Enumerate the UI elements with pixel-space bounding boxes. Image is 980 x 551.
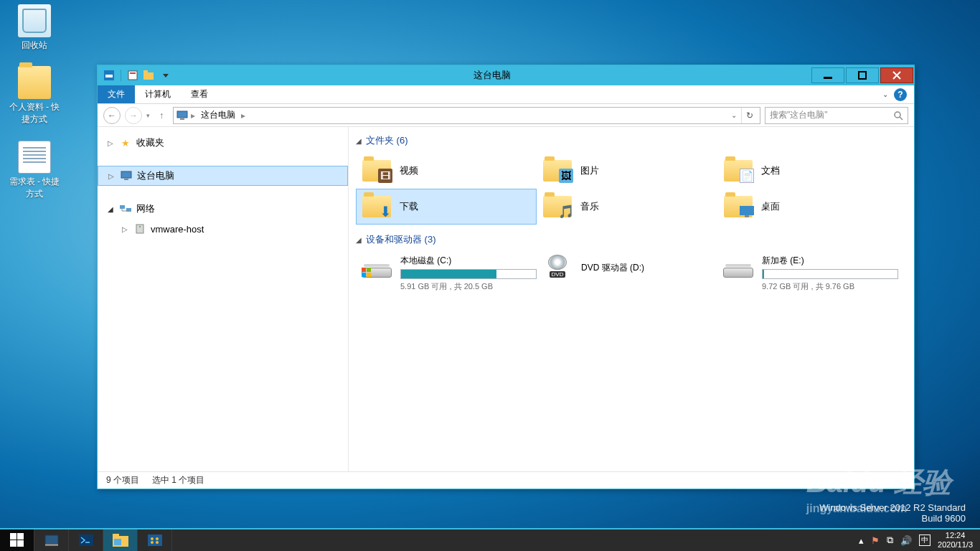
svg-rect-4 [143, 72, 154, 80]
minimize-button[interactable] [811, 67, 844, 83]
svg-point-38 [156, 541, 159, 544]
picture-overlay-icon: 🖼 [559, 169, 573, 183]
video-overlay-icon: 🎞 [378, 169, 392, 183]
refresh-button[interactable]: ↻ [741, 108, 757, 123]
windows-watermark: Windows Server 2012 R2 Standard Build 96… [819, 502, 966, 524]
folder-desktop[interactable]: 桌面 [717, 189, 898, 225]
collapse-caret-icon[interactable]: ◢ [356, 137, 362, 145]
qat-dropdown-icon[interactable] [159, 68, 173, 83]
app-icon [147, 534, 163, 547]
group-header-devices[interactable]: ◢ 设备和驱动器 (3) [356, 233, 907, 246]
ribbon-expand-icon[interactable]: ⌄ [882, 90, 888, 98]
breadcrumb[interactable]: 这台电脑 [198, 108, 238, 123]
svg-line-11 [900, 117, 903, 120]
svg-rect-27 [17, 540, 24, 547]
svg-rect-32 [113, 534, 119, 537]
svg-rect-8 [177, 111, 187, 118]
nav-item-label: 收藏夹 [136, 136, 164, 149]
folder-label: 下载 [400, 200, 418, 213]
ribbon-tab-view[interactable]: 查看 [181, 85, 218, 103]
svg-rect-6 [824, 77, 832, 79]
nav-this-pc[interactable]: ▷ 这台电脑 [98, 166, 348, 186]
breadcrumb-separator-icon[interactable]: ▸ [191, 110, 195, 121]
drive-e[interactable]: 新加卷 (E:) 9.72 GB 可用 , 共 9.76 GB [717, 252, 898, 295]
group-header-label: 设备和驱动器 (3) [366, 233, 436, 246]
nav-up-button[interactable]: ↑ [154, 108, 169, 123]
hard-drive-icon [362, 255, 392, 278]
tray-ime-icon[interactable]: 中 [919, 534, 930, 546]
folder-downloads[interactable]: ⬇ 下载 [356, 189, 537, 225]
desktop-folder-shortcut[interactable]: 个人资料 - 快捷方式 [7, 66, 62, 126]
ribbon-tab-file[interactable]: 文件 [98, 85, 135, 103]
desktop-icon-label: 需求表 - 快捷方式 [7, 176, 62, 200]
computer-icon [120, 170, 133, 182]
folder-documents[interactable]: 📄 文档 [717, 153, 898, 189]
storage-bar [762, 269, 898, 279]
qat-properties-icon[interactable] [126, 68, 140, 83]
collapse-caret-icon[interactable]: ◢ [356, 236, 362, 244]
address-dropdown-icon[interactable]: ⌄ [731, 111, 737, 119]
folder-music[interactable]: 🎵 音乐 [537, 189, 717, 225]
drive-c[interactable]: 本地磁盘 (C:) 5.91 GB 可用 , 共 20.5 GB [356, 252, 537, 295]
system-menu-icon[interactable] [102, 68, 116, 83]
folder-pictures[interactable]: 🖼 图片 [537, 153, 717, 189]
drive-storage-text: 5.91 GB 可用 , 共 20.5 GB [400, 281, 537, 292]
svg-rect-29 [45, 544, 58, 546]
window-title: 这台电脑 [173, 69, 811, 82]
tray-flag-icon[interactable]: ⚑ [871, 535, 880, 546]
search-input[interactable]: 搜索"这台电脑" [765, 107, 908, 124]
start-button[interactable] [0, 529, 34, 551]
expand-caret-icon[interactable]: ▷ [108, 172, 116, 180]
expand-caret-icon[interactable]: ▷ [122, 225, 129, 233]
maximize-button[interactable] [846, 67, 879, 83]
svg-rect-19 [745, 215, 749, 217]
address-bar[interactable]: ▸ 这台电脑 ▸ ⌄ ↻ [173, 107, 760, 124]
folder-label: 视频 [400, 164, 418, 177]
ribbon: 文件 计算机 查看 ⌄ ? [98, 85, 914, 104]
tray-volume-icon[interactable]: 🔊 [900, 535, 912, 546]
folder-videos[interactable]: 🎞 视频 [356, 153, 537, 189]
nav-item-label: 网络 [136, 202, 155, 215]
navigation-pane: ▷ ★ 收藏夹 ▷ 这台电脑 ◢ 网络 ▷ [98, 127, 349, 471]
group-header-folders[interactable]: ◢ 文件夹 (6) [356, 134, 907, 147]
desktop-textfile-shortcut[interactable]: 需求表 - 快捷方式 [7, 141, 62, 200]
taskbar-server-manager[interactable] [34, 529, 69, 551]
folder-icon: 📄 [724, 160, 753, 182]
nav-back-button[interactable]: ← [103, 107, 121, 124]
close-button[interactable] [880, 67, 913, 83]
nav-forward-button[interactable]: → [125, 107, 142, 124]
svg-rect-24 [10, 533, 17, 540]
status-bar: 9 个项目 选中 1 个项目 [98, 471, 914, 489]
svg-rect-34 [148, 534, 162, 546]
nav-vmware-host[interactable]: ▷ vmware-host [98, 219, 348, 239]
svg-rect-1 [105, 75, 113, 77]
breadcrumb-separator-icon[interactable]: ▸ [241, 110, 245, 121]
tray-up-icon[interactable]: ▴ [859, 535, 864, 546]
windows-logo-icon [362, 268, 372, 278]
svg-rect-33 [114, 539, 121, 545]
system-tray: ▴ ⚑ ⧉ 🔊 中 12:24 2020/11/3 [852, 529, 980, 551]
taskbar-clock[interactable]: 12:24 2020/11/3 [938, 531, 973, 550]
folder-label: 图片 [580, 164, 599, 177]
ribbon-tab-computer[interactable]: 计算机 [135, 85, 181, 103]
nav-history-dropdown-icon[interactable]: ▾ [146, 112, 150, 119]
nav-favorites[interactable]: ▷ ★ 收藏夹 [98, 133, 348, 153]
help-button[interactable]: ? [894, 88, 907, 101]
svg-point-36 [156, 537, 159, 540]
nav-network[interactable]: ◢ 网络 [98, 199, 348, 219]
svg-rect-22 [362, 273, 366, 277]
tray-network-icon[interactable]: ⧉ [887, 534, 893, 546]
taskbar-powershell[interactable] [69, 529, 103, 551]
titlebar[interactable]: 这台电脑 [98, 65, 914, 85]
taskbar-explorer[interactable] [103, 529, 138, 551]
collapse-caret-icon[interactable]: ◢ [108, 205, 115, 213]
taskbar-app[interactable] [138, 529, 172, 551]
svg-rect-13 [124, 179, 128, 180]
desktop-recycle-bin[interactable]: 回收站 [7, 4, 62, 52]
text-file-icon [18, 141, 51, 174]
drive-d-dvd[interactable]: DVD DVD 驱动器 (D:) [537, 252, 717, 295]
expand-caret-icon[interactable]: ▷ [108, 139, 115, 147]
svg-rect-5 [143, 70, 148, 73]
windows-logo-icon [10, 533, 24, 547]
qat-new-folder-icon[interactable] [142, 68, 156, 83]
